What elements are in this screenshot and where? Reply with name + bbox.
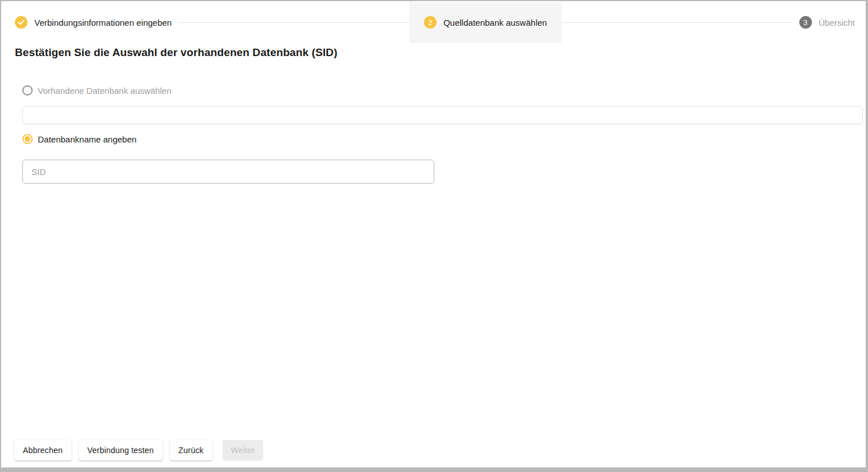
step-label: Quelldatenbank auswählen xyxy=(443,18,547,27)
step-label: Verbindungsinformationen eingeben xyxy=(34,18,172,27)
back-button[interactable]: Zurück xyxy=(170,440,212,461)
stepper-step-uebersicht[interactable]: 3 Übersicht xyxy=(799,16,855,29)
radio-label: Vorhandene Datenbank auswählen xyxy=(38,86,172,96)
radio-existing-database[interactable]: Vorhandene Datenbank auswählen xyxy=(22,85,863,96)
step-number-badge: 3 xyxy=(799,16,812,29)
sid-input[interactable] xyxy=(22,160,434,184)
wizard-footer: Abbrechen Verbindung testen Zurück Weite… xyxy=(14,440,263,461)
radio-checked-icon[interactable] xyxy=(22,134,33,144)
radio-label: Datenbankname angeben xyxy=(38,134,137,144)
stepper-step-quelldatenbank[interactable]: 2 Quelldatenbank auswählen xyxy=(424,16,547,29)
check-icon xyxy=(18,19,25,25)
database-selection-form: Vorhandene Datenbank auswählen Datenbank… xyxy=(22,85,863,184)
stepper-active-step-highlight: 2 Quelldatenbank auswählen xyxy=(409,2,562,43)
test-connection-button[interactable]: Verbindung testen xyxy=(79,440,162,461)
radio-unchecked-icon[interactable] xyxy=(22,85,33,96)
next-button[interactable]: Weiter xyxy=(223,440,263,461)
wizard-window: Verbindungsinformationen eingeben 2 Quel… xyxy=(0,0,868,472)
stepper-connector xyxy=(179,22,409,23)
existing-database-input[interactable] xyxy=(22,106,863,124)
step-label: Übersicht xyxy=(819,18,855,27)
stepper-connector xyxy=(562,22,792,23)
radio-database-name[interactable]: Datenbankname angeben xyxy=(22,134,863,144)
stepper-step-verbindungsinformationen[interactable]: Verbindungsinformationen eingeben xyxy=(15,16,172,29)
wizard-stepper: Verbindungsinformationen eingeben 2 Quel… xyxy=(1,1,866,43)
step-completed-check-icon xyxy=(15,16,27,29)
cancel-button[interactable]: Abbrechen xyxy=(14,440,72,461)
page-title: Bestätigen Sie die Auswahl der vorhanden… xyxy=(15,46,866,60)
step-number-badge: 2 xyxy=(424,16,437,29)
